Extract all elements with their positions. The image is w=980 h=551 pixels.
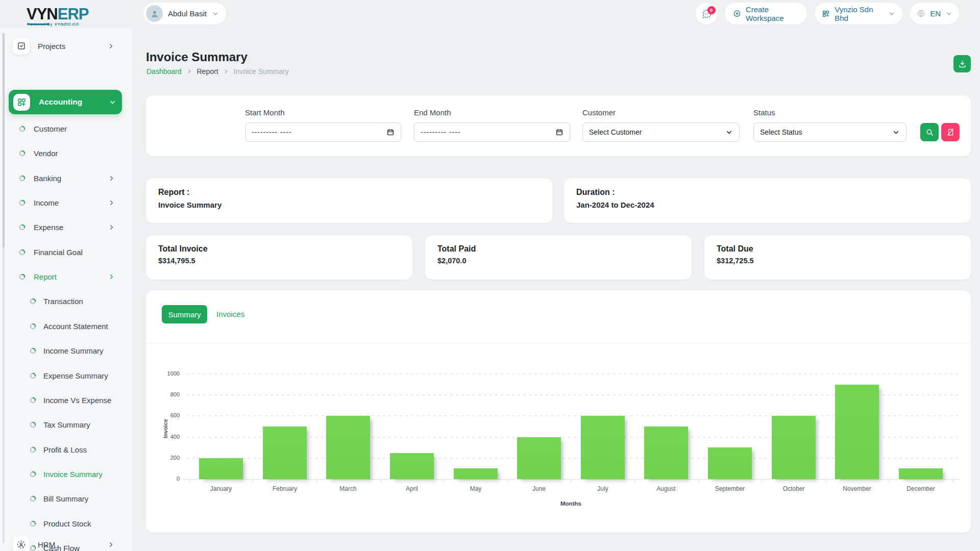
x-axis-tick bbox=[889, 480, 890, 482]
bar-april[interactable] bbox=[390, 453, 434, 480]
sidebar-item-label: Vendor bbox=[34, 149, 58, 158]
bar-november[interactable] bbox=[835, 385, 879, 479]
sidebar-item-product-stock[interactable]: Product Stock bbox=[0, 515, 133, 532]
sidebar-item-expense-summary[interactable]: Expense Summary bbox=[0, 367, 133, 384]
status-donut-icon bbox=[30, 347, 36, 354]
breadcrumb: Dashboard Report Invoice Summary bbox=[146, 67, 289, 76]
y-axis-title: Invoice bbox=[162, 419, 168, 438]
search-button[interactable] bbox=[920, 123, 939, 141]
sidebar-item-label: Tax Summary bbox=[43, 420, 90, 429]
user-menu[interactable]: Abdul Basit bbox=[143, 3, 226, 24]
user-icon bbox=[150, 9, 160, 19]
duration-info-card: Duration : Jan-2024 to Dec-2024 bbox=[564, 178, 971, 223]
bar-december[interactable] bbox=[899, 468, 943, 479]
page-title: Invoice Summary bbox=[146, 50, 248, 64]
language-switcher[interactable]: EN bbox=[910, 3, 959, 24]
company-switcher[interactable]: Vynzio Sdn Bhd bbox=[815, 3, 902, 24]
calendar-icon[interactable] bbox=[555, 128, 564, 136]
sidebar-item-customer[interactable]: Customer bbox=[0, 120, 133, 137]
y-tick-label: 200 bbox=[159, 455, 180, 461]
sidebar-item-label: Customer bbox=[34, 124, 67, 133]
x-category-label: May bbox=[448, 485, 504, 492]
x-axis-tick bbox=[444, 480, 444, 482]
tab-invoices[interactable]: Invoices bbox=[216, 310, 244, 318]
start-month-label: Start Month bbox=[245, 108, 285, 117]
tabs-divider bbox=[146, 343, 971, 343]
status-donut-icon bbox=[30, 446, 36, 453]
sidebar-item-label: Expense bbox=[34, 223, 63, 232]
sidebar-item-account-statement[interactable]: Account Statement bbox=[0, 318, 133, 334]
sidebar-item-hrm[interactable]: HRM bbox=[0, 536, 133, 551]
bar-july[interactable] bbox=[581, 416, 625, 479]
calendar-icon[interactable] bbox=[386, 128, 395, 136]
bar-march[interactable] bbox=[326, 416, 370, 479]
chevron-right-icon bbox=[107, 42, 115, 50]
chat-button[interactable]: 0 bbox=[696, 3, 718, 24]
bar-october[interactable] bbox=[772, 416, 816, 479]
bar-february[interactable] bbox=[263, 427, 307, 479]
breadcrumb-link-dashboard[interactable]: Dashboard bbox=[146, 67, 182, 76]
customer-select[interactable]: Select Customer bbox=[582, 122, 740, 142]
sidebar-item-label: Financial Goal bbox=[34, 248, 83, 257]
sidebar-item-vendor[interactable]: Vendor bbox=[0, 145, 133, 161]
x-axis-tick bbox=[825, 480, 826, 482]
sidebar-item-profit-loss[interactable]: Profit & Loss bbox=[0, 441, 133, 458]
status-label: Status bbox=[753, 108, 775, 117]
x-axis-tick bbox=[316, 480, 317, 482]
total-paid-label: Total Paid bbox=[437, 244, 679, 254]
sidebar-item-label: Transaction bbox=[43, 297, 83, 306]
create-workspace-button[interactable]: Create Workspace bbox=[725, 3, 807, 24]
total-due-label: Total Due bbox=[717, 244, 959, 254]
sidebar-item-income-summary[interactable]: Income Summary bbox=[0, 342, 133, 359]
reset-filters-button[interactable] bbox=[941, 123, 960, 141]
status-select[interactable]: Select Status bbox=[753, 122, 906, 142]
tab-summary[interactable]: Summary bbox=[162, 305, 207, 323]
sidebar-item-banking[interactable]: Banking bbox=[0, 170, 133, 186]
start-month-input[interactable]: --------- ---- bbox=[245, 122, 401, 142]
x-category-label: July bbox=[575, 485, 631, 492]
sidebar-item-report[interactable]: Report bbox=[0, 268, 133, 285]
bar-august[interactable] bbox=[644, 427, 688, 479]
sidebar-item-tax-summary[interactable]: Tax Summary bbox=[0, 416, 133, 433]
workspace-grid-icon bbox=[822, 9, 830, 18]
status-selected-value: Select Status bbox=[760, 128, 802, 136]
sidebar-item-income[interactable]: Income bbox=[0, 194, 133, 211]
x-axis-tick bbox=[762, 480, 762, 482]
total-paid-value: $2,070.0 bbox=[437, 257, 679, 265]
sidebar-item-label: Income Summary bbox=[43, 346, 104, 355]
sidebar-item-label: HRM bbox=[38, 540, 55, 549]
x-category-label: April bbox=[384, 485, 440, 492]
bar-september[interactable] bbox=[708, 447, 752, 479]
sidebar-item-income-vs-expense[interactable]: Income Vs Expense bbox=[0, 392, 133, 408]
sidebar-item-transaction[interactable]: Transaction bbox=[0, 293, 133, 309]
app-root: VYNERP Powered By VYNZIO.CO Abdul Basit … bbox=[0, 0, 980, 551]
gridline-1000 bbox=[186, 373, 960, 374]
total-due-card: Total Due $312,725.5 bbox=[704, 235, 971, 280]
sidebar-item-invoice-summary[interactable]: Invoice Summary bbox=[0, 466, 133, 482]
sidebar-item-label: Income Vs Expense bbox=[43, 396, 111, 405]
bar-may[interactable] bbox=[454, 468, 498, 479]
bar-june[interactable] bbox=[517, 437, 561, 479]
sidebar-item-expense[interactable]: Expense bbox=[0, 219, 133, 235]
avatar bbox=[146, 5, 163, 22]
company-name: Vynzio Sdn Bhd bbox=[835, 5, 884, 22]
x-axis-tick bbox=[253, 480, 253, 482]
end-month-value: --------- ---- bbox=[421, 128, 461, 136]
globe-icon bbox=[917, 8, 925, 19]
sidebar-item-financial-goal[interactable]: Financial Goal bbox=[0, 244, 133, 260]
app-logo: VYNERP bbox=[27, 5, 89, 23]
sidebar-scrollbar-thumb[interactable] bbox=[3, 33, 5, 247]
x-category-label: August bbox=[638, 485, 694, 492]
sidebar-item-projects[interactable]: Projects bbox=[0, 37, 133, 55]
end-month-input[interactable]: --------- ---- bbox=[414, 122, 570, 142]
bar-january[interactable] bbox=[199, 458, 243, 479]
status-donut-icon bbox=[30, 323, 36, 330]
sidebar-item-accounting[interactable]: Accounting bbox=[9, 90, 122, 114]
download-report-button[interactable] bbox=[953, 55, 971, 72]
x-axis-title: Months bbox=[560, 500, 581, 507]
status-donut-icon bbox=[19, 175, 26, 182]
sidebar-item-bill-summary[interactable]: Bill Summary bbox=[0, 490, 133, 507]
report-info-card: Report : Invoice Summary bbox=[146, 178, 553, 223]
breadcrumb-link-report[interactable]: Report bbox=[197, 67, 218, 76]
duration-label: Duration : bbox=[576, 188, 959, 197]
